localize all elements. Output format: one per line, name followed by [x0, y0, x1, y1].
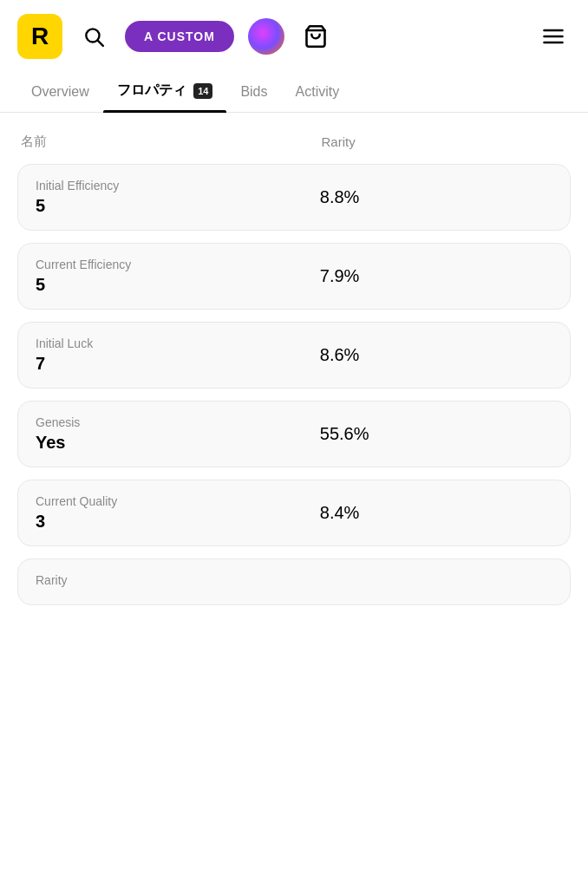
prop-left: Initial Luck 7 — [36, 336, 320, 374]
prop-label: Genesis — [36, 415, 320, 429]
tab-overview[interactable]: Overview — [17, 75, 103, 112]
properties-badge: 14 — [193, 83, 212, 99]
prop-value: 3 — [36, 512, 320, 532]
prop-value: 5 — [36, 275, 320, 295]
prop-value: 5 — [36, 196, 320, 216]
column-headers: 名前 Rarity — [17, 134, 571, 150]
prop-label: Current Efficiency — [36, 258, 320, 271]
prop-label: Rarity — [36, 573, 320, 587]
prop-left: Current Efficiency 5 — [36, 258, 320, 295]
prop-value: Yes — [36, 433, 320, 453]
cart-icon[interactable] — [298, 19, 333, 54]
tab-bids[interactable]: Bids — [226, 75, 281, 112]
property-card-initial-efficiency[interactable]: Initial Efficiency 5 8.8% — [17, 164, 571, 231]
app-logo[interactable]: R — [17, 14, 62, 59]
property-card-current-efficiency[interactable]: Current Efficiency 5 7.9% — [17, 243, 571, 310]
main-content: 名前 Rarity Initial Efficiency 5 8.8% Curr… — [0, 113, 588, 605]
property-card-rarity-partial[interactable]: Rarity — [17, 558, 571, 605]
prop-left: Initial Efficiency 5 — [36, 179, 320, 216]
tab-activity[interactable]: Activity — [282, 75, 354, 112]
hamburger-icon[interactable] — [536, 19, 571, 54]
prop-rarity: 8.8% — [320, 187, 552, 207]
svg-line-1 — [98, 41, 103, 46]
property-card-initial-luck[interactable]: Initial Luck 7 8.6% — [17, 322, 571, 388]
custom-button[interactable]: A CUSTOM — [125, 21, 234, 52]
search-icon[interactable] — [76, 19, 111, 54]
col-name-header: 名前 — [21, 134, 322, 150]
prop-rarity: 7.9% — [320, 266, 552, 286]
prop-label: Current Quality — [36, 494, 320, 508]
property-card-current-quality[interactable]: Current Quality 3 8.4% — [17, 480, 571, 546]
prop-value: 7 — [36, 354, 320, 374]
avatar[interactable] — [248, 18, 284, 55]
nav-tabs: Overview フロパティ 14 Bids Activity — [0, 73, 588, 113]
prop-label: Initial Luck — [36, 336, 320, 350]
prop-rarity: 8.4% — [320, 503, 552, 523]
prop-left: Rarity — [36, 573, 320, 591]
app-header: R A CUSTOM — [0, 0, 588, 73]
prop-label: Initial Efficiency — [36, 179, 320, 193]
property-card-genesis[interactable]: Genesis Yes 55.6% — [17, 401, 571, 467]
col-rarity-header: Rarity — [322, 134, 568, 149]
prop-left: Genesis Yes — [36, 415, 320, 453]
prop-left: Current Quality 3 — [36, 494, 320, 532]
prop-rarity: 55.6% — [320, 424, 552, 444]
prop-rarity: 8.6% — [320, 345, 552, 365]
tab-properties[interactable]: フロパティ 14 — [103, 73, 227, 112]
